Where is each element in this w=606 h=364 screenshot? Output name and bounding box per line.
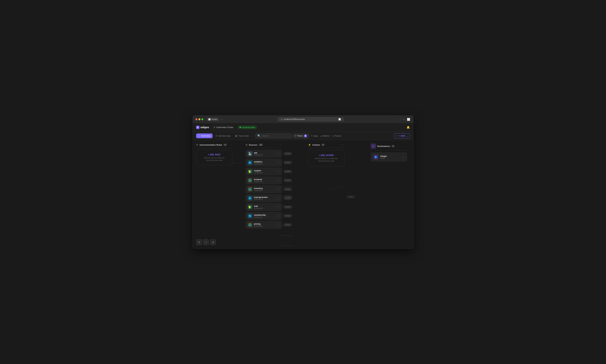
tab-label: Private (212, 118, 217, 120)
zoom-out-button[interactable]: − (203, 239, 209, 245)
titlebar-tabs: ⬜ Private (207, 118, 219, 121)
kbs-badge-pricing: 0 KB/S (284, 223, 292, 226)
add-rule-card[interactable]: + ADD_RULE Add first rule to modify the … (196, 150, 232, 165)
service-map-icon: ⊡ (215, 135, 217, 137)
metrics-label: Metrics (323, 135, 330, 137)
kbs-badge-ads: 0 KB/S (284, 152, 292, 155)
destinations-column-title: Destinations (377, 145, 390, 147)
source-info-load-generator: load-generator Deployment (254, 196, 275, 200)
source-type-inventory: Deployment (254, 190, 275, 191)
share-button[interactable]: ↑ (399, 117, 401, 121)
rules-column-menu[interactable]: ⋯ (230, 143, 232, 146)
pipeline-canvas[interactable]: ⚙ Instrumentation Rules 0 ⋯ + ADD_RULE A… (193, 140, 413, 248)
app-header: ◈ odigos ⚙ Kubernetes Cluster Connection… (193, 123, 413, 132)
source-checkbox-ads[interactable] (277, 152, 280, 155)
metrics-link[interactable]: ◬ Metrics (320, 135, 330, 137)
add-action-card[interactable]: + ADD_ACTION Add first action to modify … (308, 150, 344, 166)
source-icon-membership: 🔷 (248, 214, 252, 218)
dest-icon-jaeger: 🔷 (373, 154, 378, 160)
logs-link[interactable]: ≡ Logs (311, 135, 318, 137)
trace-view-label: Trace view (238, 135, 249, 137)
tab-service-map[interactable]: ⊡ Service map (213, 133, 232, 138)
add-action-title[interactable]: + ADD_ACTION (319, 154, 334, 156)
source-checkbox-mail[interactable] (277, 206, 280, 208)
destinations-column-count: 1 (391, 145, 395, 147)
dest-name-jaeger: Jaeger (380, 155, 401, 157)
source-icon-coupon: 🔰 (248, 169, 252, 174)
source-checkbox-analytics[interactable] (277, 161, 280, 164)
source-item-frontend[interactable]: 🌐 frontend Deployment 0 KB/S (245, 177, 282, 184)
source-checkbox-frontend[interactable] (277, 179, 280, 182)
logo-text: odigos (201, 126, 209, 129)
source-type-mail: Deployment (254, 207, 275, 209)
source-item-coupon[interactable]: 🔰 coupon Deployment 0 KB/S (245, 168, 282, 175)
logs-icon: ≡ (311, 135, 312, 137)
sources-column-menu[interactable]: ⋯ (280, 143, 282, 146)
cluster-selector[interactable]: ⚙ Kubernetes Cluster (212, 125, 235, 129)
notification-bell[interactable]: 🔔 (407, 126, 410, 129)
source-item-load-generator[interactable]: 🔷 load-generator Deployment 0 KB/S (245, 194, 282, 202)
url-bar[interactable]: ⌘ localhost:3000/overview ⬜ (278, 117, 344, 121)
back-button[interactable]: ‹ (221, 118, 222, 121)
titlebar-tab[interactable]: ⬜ Private (207, 118, 219, 121)
logo: ◈ odigos (196, 126, 209, 129)
dest-item-jaeger[interactable]: 🔷 Jaeger Jaeger → (371, 153, 407, 161)
actions-column-menu[interactable]: ⋯ (342, 143, 344, 146)
source-type-coupon: Deployment (254, 172, 275, 174)
filter-label: Filters (297, 135, 303, 137)
source-item-mail[interactable]: 🔰 mail Deployment 0 KB/S (245, 203, 282, 211)
kbs-badge-mail: 0 KB/S (284, 206, 292, 209)
search-input[interactable] (262, 135, 290, 137)
actions-column-title: Actions (312, 144, 320, 146)
traces-icon: ↝ (332, 135, 334, 137)
zoom-fit-button[interactable]: ⤢ (210, 239, 216, 245)
source-info-mail: mail Deployment (254, 205, 275, 209)
source-item-inventory[interactable]: 🌐 inventory Deployment 0 KB/S (245, 185, 282, 193)
search-bar[interactable]: 🔍 (255, 133, 292, 139)
source-item-ads[interactable]: 🐍 ads Deployment 0 KB/S (245, 150, 282, 157)
source-name-ads: ads (254, 152, 275, 154)
source-checkbox-coupon[interactable] (277, 170, 280, 173)
source-type-pricing: Deployment (254, 225, 275, 227)
source-checkbox-inventory[interactable] (277, 188, 280, 191)
source-checkbox-membership[interactable] (277, 215, 280, 217)
actions-column-count: 0 (322, 144, 325, 146)
actions-column-header: ⚡ Actions 0 ⋯ (308, 143, 344, 148)
source-info-inventory: inventory Deployment (254, 187, 275, 191)
source-checkbox-pricing[interactable] (277, 223, 280, 226)
sources-column-title: Sources (249, 144, 257, 146)
overview-label: Overview (202, 135, 210, 137)
titlebar-actions: ↑ + ⬜ (399, 117, 411, 121)
source-type-membership: Deployment (254, 216, 275, 218)
traces-link[interactable]: ↝ Traces (332, 135, 341, 137)
close-button[interactable] (195, 118, 197, 120)
sources-column-count: 10 (258, 144, 263, 146)
service-map-label: Service map (218, 135, 230, 137)
add-button[interactable]: + + ADD ... (394, 133, 410, 138)
minimize-button[interactable] (198, 118, 201, 120)
actions-column: ⚡ Actions 0 ⋯ + ADD_ACTION Add first act… (308, 143, 344, 245)
app-window: ⬜ Private ‹ ⌘ localhost:3000/overview ⬜ … (193, 115, 413, 249)
new-tab-button[interactable]: + (403, 117, 405, 121)
gear-icon: ⚙ (214, 126, 215, 129)
source-type-load-generator: Deployment (254, 198, 275, 200)
source-icon-mail: 🔰 (248, 205, 252, 209)
tab-overview[interactable]: ⬚ Overview (196, 133, 213, 138)
source-name-pricing: pricing (254, 223, 275, 225)
source-item-membership[interactable]: 🔷 membership Deployment 0 KB/S (245, 212, 282, 220)
source-item-analytics[interactable]: 🔷 analytics Deployment 0 KB/S (245, 159, 282, 166)
zoom-in-button[interactable]: + (196, 239, 202, 245)
maximize-button[interactable] (202, 118, 203, 120)
main-content: ⚙ Instrumentation Rules 0 ⋯ + ADD_RULE A… (193, 140, 413, 248)
source-checkbox-load-generator[interactable] (277, 197, 280, 199)
source-info-frontend: frontend Deployment (254, 178, 275, 182)
connection-label: Connection Alive (242, 126, 255, 128)
copy-button[interactable]: ⬜ (407, 117, 411, 121)
filter-button[interactable]: ▽ Filters 8 (293, 133, 309, 139)
tab-trace-view[interactable]: ◧ Trace view (233, 133, 251, 138)
add-rule-title[interactable]: + ADD_RULE (199, 153, 229, 156)
destinations-column: ⊙ Destinations 1 🔷 Jaeger Jaeger → (371, 143, 407, 245)
source-icon-inventory: 🌐 (248, 187, 252, 192)
titlebar-url: ⌘ localhost:3000/overview ⬜ (224, 117, 397, 121)
source-item-pricing[interactable]: 🌐 pricing Deployment 0 KB/S (245, 221, 282, 229)
